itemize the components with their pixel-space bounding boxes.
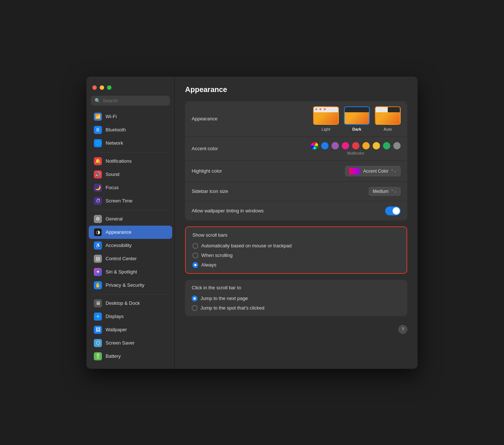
appearance-option-dark[interactable]: Dark — [344, 106, 370, 131]
siri-icon: ✦ — [94, 268, 102, 276]
maximize-button[interactable] — [107, 85, 111, 90]
appearance-thumb-light — [313, 106, 339, 125]
sidebar-item-accessibility[interactable]: ♿ Accessibility — [89, 239, 172, 252]
click-next-page-radio[interactable] — [192, 296, 198, 301]
wallpaper-tinting-control — [385, 206, 401, 215]
click-scroll-label: Click in the scroll bar to — [192, 285, 401, 290]
search-input[interactable] — [103, 98, 166, 103]
click-next-page-label: Jump to the next page — [200, 296, 248, 301]
accent-green[interactable] — [383, 142, 390, 149]
sidebar-label-wallpaper: Wallpaper — [106, 327, 127, 332]
accent-yellow[interactable] — [373, 142, 380, 149]
sidebar-item-screentime[interactable]: ⏱ Screen Time — [89, 194, 172, 208]
scroll-auto-radio[interactable] — [192, 243, 198, 249]
appearance-label-auto: Auto — [384, 127, 392, 131]
screensaver-icon: ⬡ — [94, 339, 102, 347]
scroll-scrolling-radio[interactable] — [192, 252, 198, 258]
minimize-button[interactable] — [100, 85, 104, 90]
sidebar-label-sound: Sound — [106, 172, 120, 177]
click-scroll-group: Click in the scroll bar to Jump to the n… — [185, 280, 407, 316]
sound-icon: 🔊 — [94, 170, 102, 179]
scroll-scrolling-label: When scrolling — [201, 252, 233, 258]
accent-multicolor[interactable] — [311, 142, 318, 149]
highlight-color-control[interactable]: Accent Color ⌃⌄ — [345, 166, 401, 176]
divider-1 — [92, 152, 169, 152]
dropdown-arrow-icon-2: ⌃⌄ — [391, 189, 397, 193]
dropdown-arrow-icon: ⌃⌄ — [391, 169, 397, 173]
sidebar-label-bluetooth: Bluetooth — [106, 127, 126, 133]
highlight-color-dropdown[interactable]: Accent Color ⌃⌄ — [345, 166, 401, 176]
sidebar-label-focus: Focus — [106, 185, 118, 190]
click-spot-option[interactable]: Jump to the spot that's clicked — [192, 305, 401, 311]
sidebar-item-appearance[interactable]: ◑ Appearance — [89, 226, 172, 239]
accent-purple[interactable] — [331, 142, 339, 149]
wallpaper-tinting-toggle[interactable] — [385, 206, 401, 215]
scroll-always-option[interactable]: Always — [192, 262, 400, 268]
close-button[interactable] — [92, 85, 97, 90]
click-spot-radio[interactable] — [192, 305, 198, 311]
battery-icon: 🔋 — [94, 352, 102, 360]
sidebar-item-network[interactable]: 🌐 Network — [89, 137, 172, 150]
scroll-always-radio[interactable] — [192, 262, 198, 268]
scroll-scrolling-option[interactable]: When scrolling — [192, 252, 400, 258]
sidebar-item-focus[interactable]: 🌙 Focus — [89, 181, 172, 194]
accent-orange[interactable] — [362, 142, 370, 149]
scroll-auto-option[interactable]: Automatically based on mouse or trackpad — [192, 243, 400, 249]
sidebar-item-bluetooth[interactable]: B Bluetooth — [89, 123, 172, 137]
focus-icon: 🌙 — [94, 184, 102, 192]
sidebar-label-screentime: Screen Time — [106, 198, 132, 204]
sidebar-label-privacy: Privacy & Security — [106, 282, 144, 288]
accent-red[interactable] — [352, 142, 359, 149]
sidebar-item-controlcenter[interactable]: ▤ Control Center — [89, 252, 172, 265]
highlight-color-label: Highlight color — [192, 168, 265, 174]
appearance-options: Light Dark Auto — [313, 106, 401, 131]
sidebar-label-notifications: Notifications — [106, 158, 132, 164]
sidebar-item-battery[interactable]: 🔋 Battery — [89, 350, 172, 363]
divider-3 — [92, 294, 169, 294]
sidebar-label-siri: Siri & Spotlight — [106, 269, 137, 275]
appearance-row: Appearance Light Dark Auto — [185, 101, 407, 137]
page-title: Appearance — [185, 85, 407, 94]
sidebar-item-sound[interactable]: 🔊 Sound — [89, 168, 172, 181]
accent-blue[interactable] — [321, 142, 329, 149]
accent-color-row: Accent color — [185, 137, 407, 161]
appearance-option-light[interactable]: Light — [313, 106, 339, 131]
sidebar-icon-size-control[interactable]: Medium ⌃⌄ — [369, 187, 401, 196]
wallpaper-tinting-label: Allow wallpaper tinting in windows — [192, 208, 265, 213]
sidebar-label-network: Network — [106, 140, 123, 146]
sidebar-item-desktop[interactable]: 🖥 Desktop & Dock — [89, 297, 172, 310]
scroll-bars-card: Show scroll bars Automatically based on … — [185, 226, 407, 274]
sidebar-icon-size-value: Medium — [373, 189, 388, 194]
wallpaper-icon: 🖼 — [94, 326, 102, 334]
highlight-color-value: Accent Color — [363, 169, 388, 174]
sidebar-item-wallpaper[interactable]: 🖼 Wallpaper — [89, 323, 172, 336]
click-next-page-option[interactable]: Jump to the next page — [192, 296, 401, 301]
privacy-icon: ✋ — [94, 281, 102, 289]
sidebar-label-displays: Displays — [106, 314, 124, 319]
help-button[interactable]: ? — [398, 325, 407, 334]
appearance-option-auto[interactable]: Auto — [375, 106, 401, 131]
sidebar-icon-size-dropdown[interactable]: Medium ⌃⌄ — [369, 187, 401, 196]
sidebar-item-notifications[interactable]: 🔔 Notifications — [89, 155, 172, 168]
accent-pink[interactable] — [342, 142, 349, 149]
show-scroll-bars-label: Show scroll bars — [192, 232, 400, 238]
accent-graphite[interactable] — [393, 142, 401, 149]
appearance-label-dark: Dark — [352, 127, 361, 131]
divider-2 — [92, 210, 169, 210]
sidebar-label-appearance: Appearance — [106, 229, 131, 235]
sidebar: 🔍 📶 Wi-Fi B Bluetooth 🌐 Network 🔔 Notifi… — [86, 77, 175, 369]
system-preferences-window: 🔍 📶 Wi-Fi B Bluetooth 🌐 Network 🔔 Notifi… — [86, 77, 418, 369]
sidebar-item-displays[interactable]: 💠 Displays — [89, 310, 172, 323]
appearance-label: Appearance — [192, 116, 265, 121]
show-scroll-bars-group: Show scroll bars Automatically based on … — [186, 227, 407, 273]
scroll-auto-label: Automatically based on mouse or trackpad — [201, 243, 292, 248]
sidebar-item-privacy[interactable]: ✋ Privacy & Security — [89, 279, 172, 292]
sidebar-item-general[interactable]: ⚙ General — [89, 212, 172, 226]
sidebar-item-siri[interactable]: ✦ Siri & Spotlight — [89, 265, 172, 279]
sidebar-label-desktop: Desktop & Dock — [106, 300, 140, 306]
scroll-always-label: Always — [201, 262, 216, 268]
appearance-card: Appearance Light Dark Auto — [185, 101, 407, 220]
search-bar[interactable]: 🔍 — [91, 96, 170, 106]
sidebar-item-wifi[interactable]: 📶 Wi-Fi — [89, 110, 172, 123]
sidebar-item-screensaver[interactable]: ⬡ Screen Saver — [89, 336, 172, 350]
